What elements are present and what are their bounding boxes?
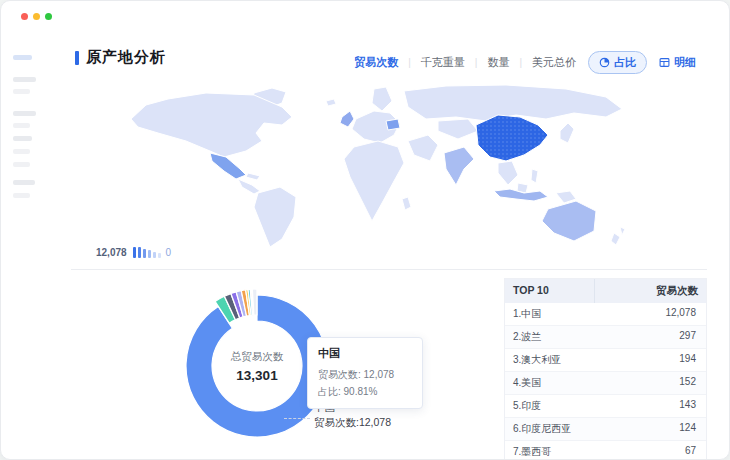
row-label: 7.墨西哥 <box>505 441 595 460</box>
detail-table-icon <box>659 57 670 68</box>
map-region-middle-east[interactable] <box>408 135 438 161</box>
legend-bars <box>133 247 161 258</box>
section-divider <box>71 269 707 270</box>
row-value: 12,078 <box>595 303 706 325</box>
metric-tabs: 贸易次数 | 千克重量 | 数量 | 美元总价 占比 明细 <box>352 51 696 74</box>
map-region-cuba[interactable] <box>246 173 260 180</box>
tab-separator: | <box>475 57 478 68</box>
tab-separator: | <box>519 57 522 68</box>
donut-center-label: 总贸易次数 13,301 <box>212 350 302 383</box>
legend-bar <box>138 247 141 258</box>
row-value: 124 <box>595 418 706 440</box>
sidebar-item[interactable] <box>13 123 30 128</box>
row-value: 194 <box>595 349 706 371</box>
map-region-india[interactable] <box>444 147 474 185</box>
table-row[interactable]: 1.中国12,078 <box>505 303 706 326</box>
tab-usd-total[interactable]: 美元总价 <box>530 55 578 70</box>
sidebar-item[interactable] <box>13 89 30 94</box>
table-row[interactable]: 7.墨西哥67 <box>505 441 706 460</box>
minimize-window-icon[interactable] <box>33 13 40 20</box>
table-header-row: TOP 10 贸易次数 <box>505 279 706 303</box>
row-label: 1.中国 <box>505 303 595 325</box>
sidebar-item[interactable] <box>13 162 30 167</box>
tab-kg-weight[interactable]: 千克重量 <box>419 55 467 70</box>
legend-min-value: 0 <box>166 247 172 258</box>
detail-button[interactable]: 明细 <box>659 55 696 70</box>
map-region-scandinavia[interactable] <box>372 87 392 111</box>
legend-bar <box>148 250 151 258</box>
sidebar-item[interactable] <box>13 111 36 116</box>
top10-table: TOP 10 贸易次数 1.中国12,078 2.波兰297 3.澳大利亚194… <box>504 278 707 460</box>
map-region-japan[interactable] <box>560 123 574 143</box>
map-region-new-zealand[interactable] <box>611 227 625 245</box>
row-value: 297 <box>595 326 706 348</box>
table-header-trade-count: 贸易次数 <box>595 279 706 303</box>
app-window: 原产地分析 贸易次数 | 千克重量 | 数量 | 美元总价 占比 明细 <box>0 0 730 460</box>
sidebar-item[interactable] <box>13 193 30 198</box>
tooltip-trade-count: 贸易次数: 12,078 <box>318 366 412 383</box>
map-region-madagascar[interactable] <box>402 197 411 210</box>
sidebar-item-active[interactable] <box>13 55 32 60</box>
close-window-icon[interactable] <box>21 13 28 20</box>
maximize-window-icon[interactable] <box>45 13 52 20</box>
pie-chart-icon <box>599 57 610 68</box>
legend-bar <box>153 252 156 258</box>
table-row[interactable]: 2.波兰297 <box>505 326 706 349</box>
legend-bar <box>158 253 161 258</box>
title-accent-bar <box>75 51 79 65</box>
map-region-central-america[interactable] <box>238 179 260 194</box>
sidebar-skeleton <box>1 41 61 441</box>
tooltip-ratio: 占比: 90.81% <box>318 383 412 400</box>
tab-separator: | <box>408 57 411 68</box>
tab-quantity[interactable]: 数量 <box>485 55 511 70</box>
window-controls <box>21 13 52 20</box>
donut-total-label: 总贸易次数 <box>212 350 302 364</box>
map-region-africa[interactable] <box>344 141 404 221</box>
row-label: 3.澳大利亚 <box>505 349 595 371</box>
row-label: 6.印度尼西亚 <box>505 418 595 440</box>
table-row[interactable]: 3.澳大利亚194 <box>505 349 706 372</box>
ratio-toggle-label: 占比 <box>614 55 636 70</box>
table-row[interactable]: 5.印度143 <box>505 395 706 418</box>
detail-button-label: 明细 <box>674 55 696 70</box>
tab-trade-count[interactable]: 贸易次数 <box>352 55 400 70</box>
row-label: 4.美国 <box>505 372 595 394</box>
map-region-uk[interactable] <box>340 111 354 127</box>
map-region-south-america[interactable] <box>254 187 296 247</box>
page-title: 原产地分析 <box>86 48 166 67</box>
map-region-new-guinea[interactable] <box>556 191 576 203</box>
callout-leader-line <box>284 418 310 419</box>
tooltip-title: 中国 <box>318 346 412 361</box>
sidebar-item[interactable] <box>13 149 30 154</box>
legend-bar <box>133 247 136 258</box>
map-region-mexico[interactable] <box>210 153 246 179</box>
chart-tooltip: 中国 贸易次数: 12,078 占比: 90.81% <box>307 337 423 409</box>
table-row[interactable]: 6.印度尼西亚124 <box>505 418 706 441</box>
page-header: 原产地分析 <box>75 48 166 67</box>
row-value: 152 <box>595 372 706 394</box>
legend-max-value: 12,078 <box>96 247 127 258</box>
table-header-top10: TOP 10 <box>505 279 595 303</box>
map-region-central-asia[interactable] <box>438 119 478 139</box>
donut-total-value: 13,301 <box>212 368 302 383</box>
map-region-iceland[interactable] <box>326 99 336 106</box>
table-row[interactable]: 4.美国152 <box>505 372 706 395</box>
row-value: 67 <box>595 441 706 460</box>
sidebar-item[interactable] <box>13 77 36 82</box>
map-region-australia[interactable] <box>542 201 596 241</box>
map-region-north-america[interactable] <box>131 93 292 157</box>
map-region-poland[interactable] <box>386 119 400 130</box>
ratio-toggle-button[interactable]: 占比 <box>588 51 647 74</box>
world-choropleth-map[interactable] <box>86 81 664 253</box>
row-label: 5.印度 <box>505 395 595 417</box>
legend-bar <box>143 249 146 258</box>
map-region-se-asia[interactable] <box>498 161 518 185</box>
map-legend: 12,078 0 <box>96 244 171 258</box>
row-label: 2.波兰 <box>505 326 595 348</box>
map-region-philippines[interactable] <box>531 169 538 183</box>
sidebar-item[interactable] <box>13 180 35 185</box>
row-value: 143 <box>595 395 706 417</box>
map-region-russia[interactable] <box>404 85 622 121</box>
callout-value: 贸易次数:12,078 <box>314 415 391 430</box>
sidebar-item[interactable] <box>13 136 32 141</box>
